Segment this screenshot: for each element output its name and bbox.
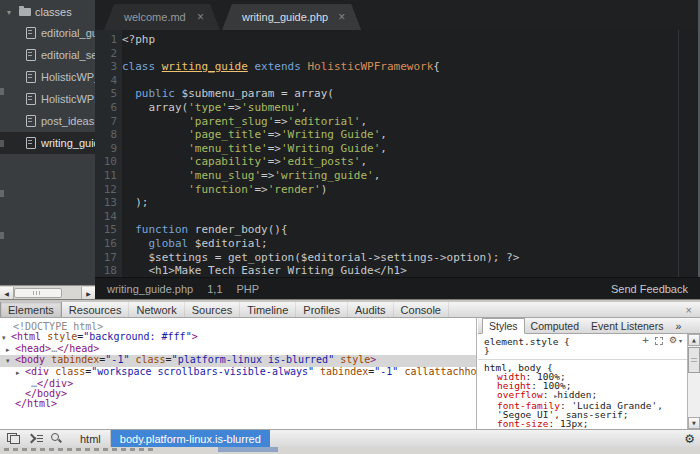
scroll-left-arrow-icon[interactable]: ◀	[0, 287, 14, 299]
file-icon	[26, 137, 36, 149]
editor-tab-writing_guide.php[interactable]: writing_guide.php×	[222, 4, 361, 30]
collapse-arrow-icon[interactable]: ▾	[2, 334, 11, 344]
line-number: 3	[95, 60, 117, 74]
line-number: 6	[95, 101, 117, 115]
line-number: 8	[95, 128, 117, 142]
scroll-up-arrow-icon[interactable]: ▲	[688, 334, 700, 346]
devtools-tab-console[interactable]: Console	[394, 302, 449, 317]
close-icon[interactable]: ×	[338, 10, 345, 24]
inspect-search-icon[interactable]	[50, 432, 63, 445]
close-icon[interactable]: ×	[197, 10, 204, 24]
expand-arrow-icon[interactable]: ▸	[554, 392, 557, 399]
line-number: 17	[95, 251, 117, 265]
styles-gear-icon[interactable]: ⚙	[669, 336, 677, 345]
screen: welcome.md×writing_guide.php× ▾ classes …	[0, 0, 700, 454]
sidebar-item-HolisticWP_L[interactable]: HolisticWP_L	[0, 66, 95, 88]
code-line: 'menu_title'=>'Writing Guide',	[122, 142, 698, 156]
dom-tree-row[interactable]: </html>	[0, 399, 476, 409]
css-properties: width: 100%;height: 100%;overflow: ▸hidd…	[484, 372, 685, 429]
send-feedback-link[interactable]: Send Feedback	[611, 283, 688, 295]
sidebar-item-editorial_gui[interactable]: editorial_gui	[0, 22, 95, 44]
css-rule-selector[interactable]: html, body {	[484, 363, 685, 372]
background-glyph-fragment	[0, 140, 4, 147]
file-icon	[26, 115, 36, 127]
chevron-down-icon[interactable]: ▾	[7, 8, 15, 17]
breadcrumb-body.platform-linux.is-blurred[interactable]: body.platform-linux.is-blurred	[111, 430, 270, 447]
line-number: 7	[95, 115, 117, 129]
dom-tree-row[interactable]: </body>	[0, 389, 476, 399]
devtools-close-button[interactable]: ×	[678, 302, 700, 317]
styles-tab-event-listeners[interactable]: Event Listeners	[585, 318, 669, 333]
expand-arrow-icon[interactable]: ▸	[6, 346, 15, 356]
styles-scrollbar-thumb[interactable]	[688, 347, 700, 373]
collapse-arrow-icon[interactable]: ▾	[6, 357, 15, 367]
devtools-bottombar: htmlbody.platform-linux.is-blurred ⚙	[0, 429, 700, 447]
styles-tab-computed[interactable]: Computed	[525, 318, 585, 333]
code-editor-window: welcome.md×writing_guide.php× ▾ classes …	[0, 0, 700, 299]
file-label: editorial_gui	[41, 27, 95, 39]
sidebar-item-writing_guid[interactable]: writing_guid	[0, 132, 95, 154]
styles-pane-tabs: StylesComputedEvent Listeners»	[478, 318, 700, 334]
devtools-tab-profiles[interactable]: Profiles	[296, 302, 348, 317]
styles-gear-caret-icon[interactable]: ▾	[679, 336, 682, 345]
settings-gear-icon[interactable]: ⚙	[684, 432, 695, 446]
file-label: HolisticWP_L	[41, 71, 95, 83]
folder-row-classes[interactable]: ▾ classes	[0, 2, 95, 22]
file-label: HolisticWPFr	[41, 93, 95, 105]
sidebar-horizontal-scrollbar[interactable]: ◀ ▶	[0, 285, 95, 299]
devtools-tab-elements[interactable]: Elements	[0, 302, 62, 317]
show-console-icon[interactable]	[28, 433, 43, 444]
css-property[interactable]: font-size: 13px;	[484, 419, 685, 428]
code-line: <h1>Make Tech Easier Writing Guide</h1>	[122, 264, 698, 278]
folder-label: classes	[35, 6, 72, 18]
editor-scrollbar-track[interactable]	[678, 30, 679, 277]
css-property[interactable]: font-family: 'Lucida Grande', 'Segoe UI'…	[484, 401, 685, 420]
line-number: 16	[95, 237, 117, 251]
editor-tab-welcome.md[interactable]: welcome.md×	[104, 4, 220, 30]
line-number: 4	[95, 74, 117, 88]
devtools-tab-network[interactable]: Network	[129, 302, 184, 317]
background-glyph-fragment	[0, 232, 4, 239]
file-list: editorial_guieditorial_setHolisticWP_LHo…	[0, 22, 95, 154]
code-line: global $editorial;	[122, 237, 698, 251]
styles-pane-body: element.style { + ⚙ ▾ } html, body { wid…	[478, 334, 687, 429]
statusbar-cursor-position[interactable]: 1,1	[207, 283, 222, 295]
code-line: 'parent_slug'=>'editorial',	[122, 115, 698, 129]
dock-side-icon[interactable]	[7, 433, 21, 444]
sidebar-item-editorial_set[interactable]: editorial_set	[0, 44, 95, 66]
styles-separator	[478, 359, 687, 360]
statusbar-language[interactable]: PHP	[237, 283, 260, 295]
line-number: 9	[95, 142, 117, 156]
devtools-tab-audits[interactable]: Audits	[348, 302, 394, 317]
devtools-tab-sources[interactable]: Sources	[185, 302, 240, 317]
sidebar-item-HolisticWPFr[interactable]: HolisticWPFr	[0, 88, 95, 110]
elements-tree: <!DOCTYPE html>▾<html style="background:…	[0, 318, 477, 429]
expand-arrow-icon[interactable]: ▸	[16, 369, 25, 379]
dom-tree-row[interactable]: …</div>	[0, 379, 476, 389]
code-line	[122, 210, 698, 224]
styles-scrollbar[interactable]: ▲ ▼	[687, 334, 700, 429]
background-glyph-fragment	[0, 190, 4, 197]
breadcrumb-html[interactable]: html	[71, 430, 111, 447]
code-line: <?php	[122, 33, 698, 47]
scrollbar-thumb[interactable]	[14, 288, 62, 298]
styles-tab-»[interactable]: »	[669, 318, 687, 333]
new-style-rule-button[interactable]: +	[642, 336, 649, 345]
file-label: post_ideas.p	[41, 115, 95, 127]
editor-statusbar: writing_guide.php 1,1 PHP Send Feedback	[95, 277, 700, 299]
file-tree-sidebar: ▾ classes editorial_guieditorial_setHoli…	[0, 0, 95, 285]
devtools-tab-timeline[interactable]: Timeline	[240, 302, 296, 317]
code-line: $settings = get_option($editorial->setti…	[122, 251, 698, 265]
code-line: 'page_title'=>'Writing Guide',	[122, 128, 698, 142]
scroll-down-arrow-icon[interactable]: ▼	[688, 417, 700, 429]
devtools-tab-resources[interactable]: Resources	[62, 302, 130, 317]
editor-tab-label: welcome.md	[124, 11, 186, 23]
scroll-right-arrow-icon[interactable]: ▶	[81, 287, 95, 299]
sidebar-item-post_ideas.p[interactable]: post_ideas.p	[0, 110, 95, 132]
code-line: );	[122, 196, 698, 210]
styles-tab-styles[interactable]: Styles	[482, 318, 525, 334]
element-state-icon[interactable]	[655, 337, 663, 345]
code-area[interactable]: <?php class writing_guide extends Holist…	[122, 30, 698, 280]
code-line: public $submenu_param = array(	[122, 87, 698, 101]
code-line: array('type'=>'submenu',	[122, 101, 698, 115]
